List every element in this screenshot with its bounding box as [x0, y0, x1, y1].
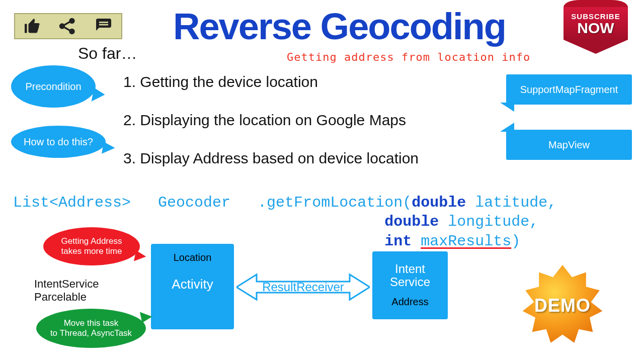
- note-red-text: Getting Address takes more time: [61, 236, 122, 256]
- share-icon[interactable]: [56, 17, 79, 35]
- svg-line-4: [64, 27, 70, 31]
- svg-rect-6: [99, 24, 108, 26]
- precondition-label: Precondition: [25, 81, 81, 93]
- activity-box: Location Activity: [151, 244, 234, 329]
- so-far-label: So far…: [78, 44, 137, 63]
- howto-bubble: How to do this?: [11, 126, 106, 158]
- arrow-label: ResultReceiver: [262, 280, 344, 294]
- note-green-text: Move this task to Thread, AsyncTask: [50, 318, 132, 338]
- step-1: 1. Getting the device location: [123, 74, 419, 89]
- svg-point-0: [60, 24, 64, 28]
- steps-list: 1. Getting the device location 2. Displa…: [123, 74, 419, 189]
- step-3: 3. Display Address based on device locat…: [123, 151, 419, 166]
- subscribe-ribbon[interactable]: SUBSCRIBE NOW: [564, 0, 628, 54]
- step-2: 2. Displaying the location on Google Map…: [123, 113, 419, 128]
- callout-supportmapfragment: SupportMapFragment: [506, 74, 632, 105]
- intent-service-box: Intent Service Address: [372, 251, 448, 319]
- svg-line-3: [64, 22, 70, 25]
- note-green-bubble: Move this task to Thread, AsyncTask: [36, 309, 146, 348]
- svg-rect-5: [99, 22, 108, 23]
- slide-title: Reverse Geocoding: [173, 5, 506, 48]
- demo-text: DEMO: [534, 295, 591, 316]
- subscribe-line2: NOW: [566, 20, 626, 37]
- note-red-bubble: Getting Address takes more time: [43, 227, 140, 265]
- comment-icon[interactable]: [93, 17, 114, 35]
- demo-badge: DEMO: [517, 260, 608, 351]
- result-receiver-arrow: ResultReceiver: [236, 273, 370, 302]
- intent-bottom: Address: [372, 289, 448, 308]
- precondition-bubble: Precondition: [11, 65, 96, 108]
- social-actions-bar: [14, 13, 122, 39]
- left-side-labels: IntentService Parcelable: [34, 278, 99, 304]
- intent-main: Intent Service: [372, 251, 448, 289]
- slide-subtitle: Getting address from location info: [287, 51, 530, 63]
- howto-label: How to do this?: [24, 136, 93, 148]
- like-icon[interactable]: [22, 17, 42, 35]
- activity-box-main: Activity: [151, 263, 234, 292]
- activity-box-top: Location: [151, 244, 234, 263]
- callout-mapview: MapView: [506, 130, 632, 160]
